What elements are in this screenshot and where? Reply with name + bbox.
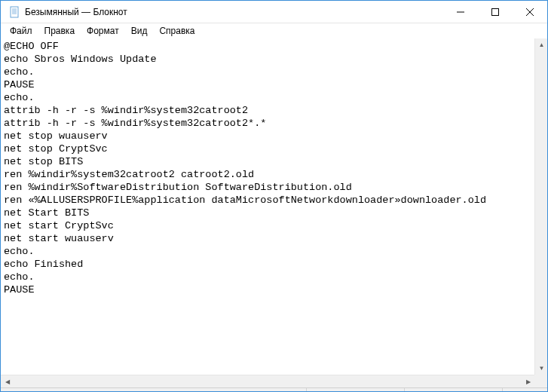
- menu-edit[interactable]: Правка: [38, 24, 81, 38]
- menubar: Файл Правка Формат Вид Справка: [1, 23, 547, 38]
- maximize-button[interactable]: [478, 1, 513, 23]
- status-position: Стр 21, стлб 1: [404, 388, 502, 392]
- close-button[interactable]: [513, 1, 547, 23]
- scroll-track-horizontal[interactable]: [14, 375, 522, 387]
- svg-rect-6: [492, 9, 499, 16]
- scroll-down-icon[interactable]: ▼: [535, 362, 548, 375]
- minimize-button[interactable]: [443, 1, 478, 23]
- text-editor[interactable]: @ECHO OFF echo Sbros Windows Update echo…: [1, 38, 534, 375]
- vertical-scrollbar[interactable]: ▲ ▼: [534, 38, 547, 375]
- scroll-right-icon[interactable]: ▶: [522, 375, 534, 388]
- menu-view[interactable]: Вид: [125, 24, 154, 38]
- scroll-left-icon[interactable]: ◀: [1, 375, 14, 388]
- menu-format[interactable]: Формат: [81, 24, 125, 38]
- editor-area: @ECHO OFF echo Sbros Windows Update echo…: [1, 38, 547, 375]
- horizontal-scrollbar[interactable]: ◀ ▶: [1, 375, 534, 387]
- horizontal-scroll-row: ◀ ▶: [1, 375, 547, 387]
- status-encoding: Windows (CRLF): [306, 388, 404, 392]
- status-zoom: 100%: [502, 388, 547, 392]
- scroll-up-icon[interactable]: ▲: [535, 38, 548, 51]
- menu-help[interactable]: Справка: [153, 24, 201, 38]
- scroll-track-vertical[interactable]: [535, 51, 547, 362]
- titlebar: Безымянный — Блокнот: [1, 1, 547, 23]
- menu-file[interactable]: Файл: [4, 24, 38, 38]
- scrollbar-corner: [534, 375, 547, 387]
- window-title: Безымянный — Блокнот: [25, 7, 443, 17]
- notepad-icon: [8, 6, 20, 18]
- window-controls: [443, 1, 547, 23]
- statusbar: Windows (CRLF) Стр 21, стлб 1 100%: [1, 387, 547, 392]
